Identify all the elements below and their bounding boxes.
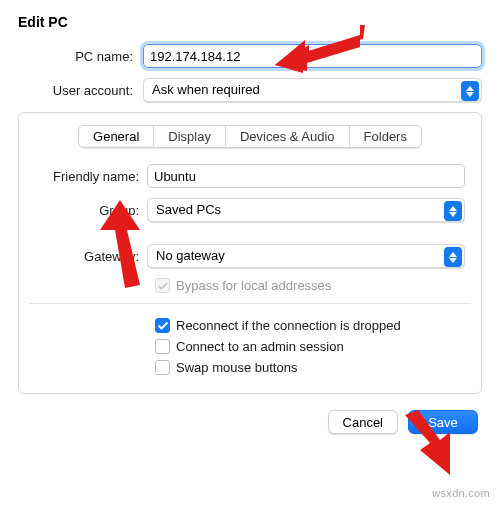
friendly-name-label: Friendly name: <box>29 169 147 184</box>
pc-name-label: PC name: <box>18 49 143 64</box>
user-account-label: User account: <box>18 83 143 98</box>
dialog-title: Edit PC <box>18 14 482 30</box>
watermark: wsxdn.com <box>432 487 490 499</box>
tab-folders[interactable]: Folders <box>350 126 421 147</box>
group-select[interactable]: Saved PCs <box>147 198 465 222</box>
group-value: Saved PCs <box>156 202 221 217</box>
swap-checkbox[interactable] <box>155 360 170 375</box>
bypass-label: Bypass for local addresses <box>176 278 331 293</box>
swap-label: Swap mouse buttons <box>176 360 297 375</box>
reconnect-label: Reconnect if the connection is dropped <box>176 318 401 333</box>
edit-pc-dialog: Edit PC PC name: User account: Ask when … <box>0 0 500 444</box>
chevron-up-down-icon <box>444 201 462 221</box>
save-button[interactable]: Save <box>408 410 478 434</box>
button-bar: Cancel Save <box>18 410 482 434</box>
chevron-up-down-icon <box>444 247 462 267</box>
divider <box>29 303 471 304</box>
group-label: Group: <box>29 203 147 218</box>
gateway-select[interactable]: No gateway <box>147 244 465 268</box>
admin-label: Connect to an admin session <box>176 339 344 354</box>
bypass-checkbox <box>155 278 170 293</box>
tab-devices-audio[interactable]: Devices & Audio <box>226 126 350 147</box>
settings-panel: General Display Devices & Audio Folders … <box>18 112 482 394</box>
tab-display[interactable]: Display <box>154 126 226 147</box>
pc-name-input[interactable] <box>143 44 482 68</box>
chevron-up-down-icon <box>461 81 479 101</box>
gateway-value: No gateway <box>156 248 225 263</box>
cancel-button[interactable]: Cancel <box>328 410 398 434</box>
tab-bar: General Display Devices & Audio Folders <box>29 125 471 148</box>
friendly-name-input[interactable] <box>147 164 465 188</box>
tab-general[interactable]: General <box>79 126 154 147</box>
reconnect-checkbox[interactable] <box>155 318 170 333</box>
user-account-select[interactable]: Ask when required <box>143 78 482 102</box>
gateway-label: Gateway: <box>29 249 147 264</box>
user-account-value: Ask when required <box>152 82 260 97</box>
admin-checkbox[interactable] <box>155 339 170 354</box>
